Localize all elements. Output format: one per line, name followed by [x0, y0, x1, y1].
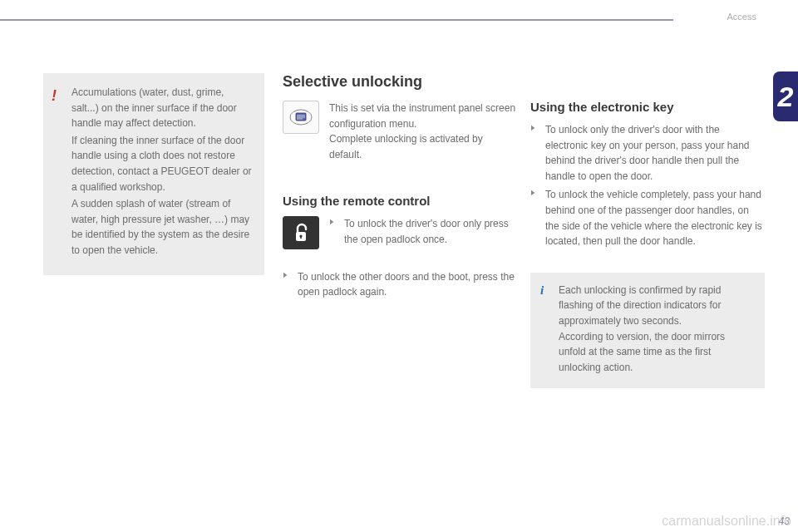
list-item: To unlock the other doors and the boot, … — [283, 269, 517, 300]
list-item: To unlock the driver's door only press t… — [329, 216, 517, 247]
watermark: carmanualsonline.info — [662, 514, 791, 529]
list-item: To unlock the vehicle completely, pass y… — [530, 187, 765, 249]
remote-bullet-list: To unlock the driver's door only press t… — [329, 216, 517, 247]
info-text: According to version, the door mirrors u… — [559, 329, 753, 376]
header-category: Access — [727, 12, 756, 22]
dashboard-screen-icon — [283, 101, 319, 134]
open-padlock-icon — [283, 216, 319, 249]
manual-page: Access 2 ! Accumulations (water, dust, g… — [0, 0, 798, 532]
intro-line: This is set via the instrument panel scr… — [329, 102, 515, 130]
section-title: Selective unlocking — [283, 73, 517, 91]
header-rule — [0, 19, 673, 21]
ekey-heading: Using the electronic key — [530, 100, 765, 114]
column-left: ! Accumulations (water, dust, grime, sal… — [43, 73, 264, 275]
ekey-bullet-list: To unlock only the driver's door with th… — [530, 122, 765, 249]
info-text: Each unlocking is confirmed by rapid fla… — [559, 283, 753, 329]
column-right: Using the electronic key To unlock only … — [530, 100, 765, 388]
page-number: 43 — [779, 515, 790, 527]
info-callout: i Each unlocking is confirmed by rapid f… — [530, 273, 765, 389]
remote-row: To unlock the driver's door only press t… — [283, 216, 517, 250]
warning-callout: ! Accumulations (water, dust, grime, sal… — [43, 73, 264, 275]
svg-rect-1 — [296, 113, 306, 121]
column-center: Selective unlocking This is set via the … — [283, 73, 517, 303]
exclamation-icon: ! — [52, 85, 65, 108]
remote-heading: Using the remote control — [283, 194, 517, 208]
warning-text: A sudden splash of water (stream of wate… — [71, 196, 253, 258]
warning-text: Accumulations (water, dust, grime, salt.… — [71, 85, 253, 131]
svg-rect-7 — [300, 236, 302, 239]
list-item: To unlock only the driver's door with th… — [530, 122, 765, 184]
chapter-number: 2 — [778, 81, 794, 113]
intro-line: Complete unlocking is activated by defau… — [329, 133, 483, 160]
warning-text: If cleaning the inner surface of the doo… — [71, 133, 253, 195]
intro-text: This is set via the instrument panel scr… — [329, 101, 517, 162]
intro-row: This is set via the instrument panel scr… — [283, 101, 517, 162]
chapter-tab: 2 — [773, 71, 798, 121]
remote-bullet-list-2: To unlock the other doors and the boot, … — [283, 269, 517, 300]
info-icon: i — [540, 281, 544, 300]
